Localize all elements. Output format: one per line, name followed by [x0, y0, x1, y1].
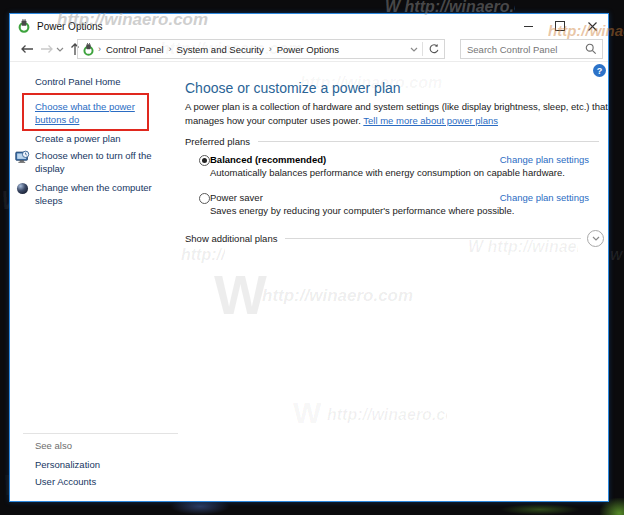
navigation-toolbar: › Control Panel › System and Security › …: [10, 38, 608, 62]
plan-description-power-saver: Saves energy by reducing your computer's…: [210, 205, 514, 216]
address-bar[interactable]: › Control Panel › System and Security › …: [77, 39, 445, 59]
minimize-icon: [524, 26, 533, 27]
preferred-plans-section-header: Preferred plans: [185, 136, 599, 147]
show-additional-plans-label: Show additional plans: [185, 233, 277, 244]
see-also-header: See also: [35, 440, 72, 451]
preferred-plans-label: Preferred plans: [185, 136, 250, 147]
expand-additional-plans-button[interactable]: [587, 230, 604, 247]
close-icon: [588, 22, 597, 31]
display-clock-icon: [15, 150, 30, 165]
divider: [258, 141, 599, 142]
breadcrumb-system-and-security[interactable]: System and Security: [175, 44, 266, 55]
refresh-button[interactable]: [424, 40, 444, 58]
divider: [285, 238, 581, 239]
sidebar-item-create-power-plan[interactable]: Create a power plan: [35, 132, 155, 145]
radio-power-saver[interactable]: [199, 193, 210, 204]
power-options-icon: [82, 43, 95, 56]
intro-paragraph: A power plan is a collection of hardware…: [185, 100, 609, 128]
tell-me-more-link[interactable]: Tell me more about power plans: [363, 115, 498, 126]
maximize-icon: [555, 21, 565, 31]
address-dropdown-button[interactable]: [407, 47, 421, 52]
arrow-left-icon: [20, 43, 34, 55]
window-title: Power Options: [37, 21, 103, 32]
sidebar-item-personalization[interactable]: Personalization: [35, 458, 100, 471]
divider: [23, 433, 178, 434]
title-bar[interactable]: Power Options: [10, 14, 608, 38]
window-body: ? Control Panel Home Choose what the pow…: [10, 62, 608, 501]
chevron-down-icon: [56, 47, 64, 52]
minimize-button[interactable]: [512, 14, 544, 38]
change-plan-settings-power-saver-link[interactable]: Change plan settings: [500, 192, 589, 203]
change-plan-settings-balanced-link[interactable]: Change plan settings: [500, 154, 589, 165]
chevron-down-icon: [410, 47, 418, 52]
back-button[interactable]: [18, 40, 36, 58]
search-box[interactable]: [460, 39, 603, 59]
sleep-moon-icon: [16, 182, 29, 195]
close-button[interactable]: [576, 14, 608, 38]
search-icon[interactable]: [585, 43, 597, 55]
recent-pages-dropdown[interactable]: [55, 40, 65, 58]
watermark: W: [610, 248, 622, 263]
desktop-glow: [500, 504, 580, 515]
breadcrumb-separator: ›: [266, 44, 275, 54]
sidebar-item-user-accounts[interactable]: User Accounts: [35, 475, 96, 488]
forward-button[interactable]: [38, 40, 56, 58]
arrow-right-icon: [40, 43, 54, 55]
page-title: Choose or customize a power plan: [185, 80, 401, 96]
plan-name-balanced[interactable]: Balanced (recommended): [210, 154, 326, 165]
breadcrumb-power-options[interactable]: Power Options: [275, 44, 341, 55]
plan-description-balanced: Automatically balances performance with …: [210, 167, 565, 178]
help-icon: ?: [597, 66, 603, 76]
show-additional-plans-section: Show additional plans: [185, 230, 604, 247]
plan-name-power-saver[interactable]: Power saver: [210, 192, 263, 203]
highlight-annotation: [22, 93, 149, 131]
sidebar-item-change-computer-sleeps[interactable]: Change when the computer sleeps: [35, 181, 163, 207]
sidebar-item-control-panel-home[interactable]: Control Panel Home: [35, 76, 121, 87]
help-button[interactable]: ?: [593, 64, 606, 77]
sidebar-item-choose-display-off[interactable]: Choose when to turn off the display: [35, 149, 163, 175]
divider: [422, 42, 423, 56]
radio-balanced[interactable]: [199, 155, 210, 166]
power-options-icon: [17, 19, 31, 33]
power-options-window: Power Options: [9, 13, 609, 502]
search-input[interactable]: [461, 44, 585, 55]
breadcrumb-separator: ›: [95, 44, 104, 54]
breadcrumb-control-panel[interactable]: Control Panel: [104, 44, 166, 55]
refresh-icon: [428, 43, 440, 55]
maximize-button[interactable]: [544, 14, 576, 38]
breadcrumb-separator: ›: [166, 44, 175, 54]
chevron-down-icon: [592, 236, 600, 241]
